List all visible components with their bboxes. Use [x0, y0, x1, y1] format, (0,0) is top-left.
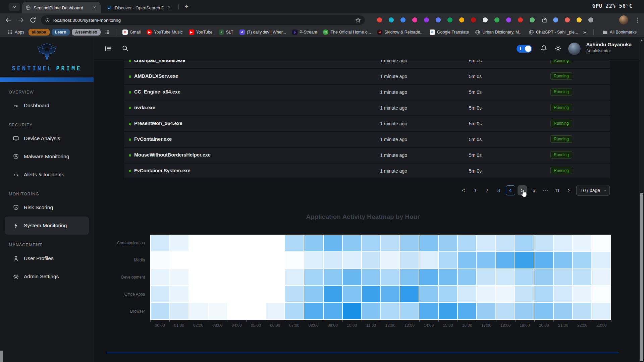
tab-close-icon[interactable]: × [166, 5, 172, 10]
heatmap-cell [189, 269, 208, 285]
extension-icon[interactable] [565, 17, 570, 22]
heatmap-cell [189, 303, 208, 319]
bookmark-item[interactable]: Assemblex [72, 29, 101, 36]
pagination-page-4[interactable]: 4 [506, 185, 515, 195]
heatmap-cell [534, 252, 553, 268]
bookmark-item[interactable]: MGmail [120, 28, 144, 36]
heatmap-cell [343, 252, 361, 268]
extension-icon[interactable] [553, 17, 558, 22]
new-tab-button[interactable]: + [182, 3, 191, 11]
search-icon[interactable] [121, 45, 129, 53]
pagination-page-11[interactable]: 11 [553, 185, 562, 195]
heatmap-cell [247, 235, 265, 251]
sidebar-item-device-analysis[interactable]: Device Analysis [0, 129, 94, 147]
bookmark-item[interactable]: sSLT [216, 28, 236, 36]
sidebar-item-dashboard[interactable]: Dashboard [0, 97, 94, 115]
dailydev-favicon: d [239, 29, 245, 35]
heatmap-cell [554, 235, 572, 251]
sidebar-item-alerts-incidents[interactable]: Alerts & Incidents [0, 166, 94, 184]
bookmarks-overflow-button[interactable]: » [582, 29, 587, 35]
extension-icon[interactable] [447, 17, 452, 22]
pagination-next-page[interactable]: > [565, 185, 574, 195]
heatmap-cell [496, 235, 515, 251]
bookmark-item[interactable]: Learn [52, 29, 70, 36]
pagination-page-1[interactable]: 1 [471, 185, 480, 195]
extension-icon[interactable] [530, 17, 535, 22]
heatmap-cell [419, 269, 438, 285]
address-bar[interactable]: localhost:3000/system-monitoring [41, 15, 365, 25]
bookmark-item[interactable] [102, 28, 113, 36]
bookmark-item[interactable]: ▶YouTube Music [144, 28, 185, 36]
extension-icon[interactable] [459, 17, 464, 22]
tab-search-button[interactable] [9, 3, 20, 11]
extension-icon[interactable] [518, 17, 523, 22]
last-seen-value: 1 minute ago [380, 137, 407, 142]
sidebar-item-user-profiles[interactable]: User Profiles [0, 249, 94, 267]
bookmark-item[interactable]: pP-Stream [289, 28, 320, 36]
pagination-prev-page[interactable]: < [459, 185, 468, 195]
bookmark-item[interactable]: ☠Skidrow & Reloade... [374, 28, 426, 36]
extension-icon[interactable] [436, 17, 441, 22]
puzzle-icon[interactable] [541, 16, 548, 23]
extension-icon[interactable] [483, 17, 488, 22]
bookmark-item[interactable]: ChatGPT - Sahi _ple... [526, 28, 581, 36]
extension-icon[interactable] [471, 17, 476, 22]
heatmap-cell [247, 269, 265, 285]
site-info-icon[interactable] [45, 18, 50, 23]
notifications-bell-icon[interactable] [540, 45, 548, 53]
pagination-page-5[interactable]: 5 [518, 185, 527, 195]
bookmark-star-icon[interactable] [355, 17, 361, 23]
extension-icon[interactable] [424, 17, 429, 22]
tab-opensearch-discover[interactable]: Discover - OpenSearch Dashbo × [103, 2, 175, 13]
bookmark-item[interactable]: ▶YouTube [186, 28, 215, 36]
process-name: FvContainer.exe [134, 136, 172, 142]
pagination-page-6[interactable]: 6 [529, 185, 539, 195]
extension-icon[interactable] [389, 17, 394, 22]
sidebar-item-system-monitoring[interactable]: System Monitoring [5, 217, 89, 235]
browser-menu-icon[interactable] [635, 16, 640, 24]
back-button[interactable] [5, 16, 13, 24]
tab-sentinelprime-dashboard[interactable]: SentinelPrime Dashboard × [22, 2, 101, 13]
bolt-icon [13, 223, 19, 229]
globe-icon [475, 29, 480, 35]
heatmap-axis-tick [227, 320, 227, 322]
tab-close-icon[interactable]: × [92, 5, 97, 10]
forward-button[interactable] [17, 16, 25, 24]
heatmap-hour-label: 22:00 [572, 323, 592, 328]
brand-accent-bar [0, 77, 94, 82]
extension-icon[interactable] [377, 17, 382, 22]
pagination-page-3[interactable]: 3 [494, 185, 503, 195]
heatmap-hour-label: 01:00 [169, 323, 189, 328]
heatmap-hour-label: 07:00 [284, 323, 304, 328]
extension-icon[interactable] [577, 17, 582, 22]
bookmark-item[interactable]: d(7) daily.dev | Wher... [237, 28, 289, 36]
extension-icon[interactable] [400, 17, 406, 22]
pagination-ellipsis: ••• [541, 185, 550, 195]
sidebar-item-admin-settings[interactable]: Admin Settings [0, 267, 94, 286]
extension-icon[interactable] [588, 17, 593, 22]
bookmark-item[interactable]: Urban Dictionary, M... [472, 28, 525, 36]
browser-profile-avatar[interactable] [619, 15, 628, 24]
scrollbar-thumb[interactable] [640, 193, 643, 361]
page-scrollbar[interactable]: ▲ [639, 38, 644, 362]
all-bookmarks-button[interactable]: All Bookmarks [600, 28, 639, 36]
bookmark-item[interactable]: alibaba [29, 29, 50, 36]
reload-button[interactable] [29, 16, 37, 24]
extension-icon[interactable] [494, 17, 499, 22]
theme-toggle[interactable] [517, 45, 532, 53]
user-avatar[interactable] [568, 43, 581, 55]
settings-gear-icon[interactable] [554, 45, 562, 53]
sidebar-item-risk-scoring[interactable]: Risk Scoring [0, 198, 94, 217]
scrollbar-up-arrow-icon[interactable]: ▲ [639, 39, 644, 42]
heatmap-cell [592, 286, 610, 302]
extension-icon[interactable] [412, 17, 417, 22]
sidebar-item-malware-monitoring[interactable]: Malware Monitoring [0, 147, 94, 166]
page-size-select[interactable]: 10 / page [576, 185, 610, 196]
pagination-page-2[interactable]: 2 [482, 185, 492, 195]
bookmark-item[interactable]: Apps [5, 28, 27, 36]
status-badge: Running [550, 72, 572, 80]
sidebar-collapse-icon[interactable] [104, 45, 112, 53]
extension-icon[interactable] [506, 17, 511, 22]
bookmark-item[interactable]: GGoogle Translate [427, 28, 472, 36]
bookmark-item[interactable]: mThe Official Home o... [320, 28, 374, 36]
